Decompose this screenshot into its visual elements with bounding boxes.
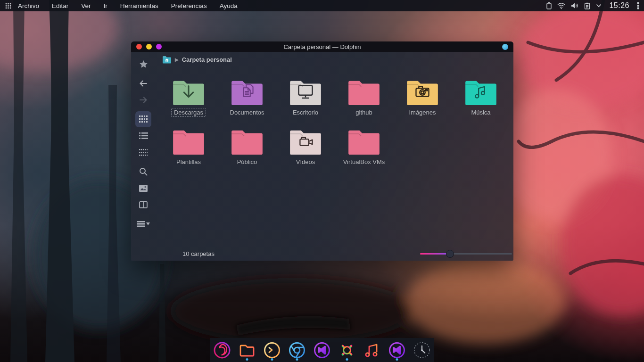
battery-icon[interactable] xyxy=(546,2,552,9)
folder-virtualbox-vms[interactable]: VirtualBox VMs xyxy=(335,128,393,166)
menu-item-archivo[interactable]: Archivo xyxy=(18,2,39,9)
volume-icon[interactable] xyxy=(571,2,578,9)
firefox-icon[interactable] xyxy=(213,340,231,361)
view-details-icon[interactable] xyxy=(135,144,151,160)
breadcrumb-arrow-icon: ▶ xyxy=(175,57,179,62)
view-list-icon[interactable] xyxy=(135,128,151,144)
dock xyxy=(210,338,434,362)
hamburger-menu-icon[interactable] xyxy=(135,216,151,232)
folder-plantillas[interactable]: Plantillas xyxy=(159,128,218,166)
running-indicator-dot xyxy=(346,358,348,361)
maximize-button[interactable] xyxy=(156,44,162,49)
statusbar: 10 carpetas xyxy=(156,247,513,261)
folder-vídeos[interactable]: Vídeos xyxy=(276,128,335,166)
zoom-slider-handle[interactable] xyxy=(446,250,454,258)
folder-grid: DescargasDocumentosEscritoriogithubImáge… xyxy=(159,78,513,166)
zoom-slider-fill xyxy=(420,253,450,255)
dolphin-window: Carpeta personal — Dolphin xyxy=(131,41,513,261)
folder-label: Música xyxy=(468,108,493,117)
terminal-icon[interactable] xyxy=(263,340,281,361)
folder-label: Imágenes xyxy=(406,108,438,117)
chrome-icon[interactable] xyxy=(288,340,306,361)
folder-label: VirtualBox VMs xyxy=(340,157,388,166)
running-indicator-dot xyxy=(296,358,298,361)
menu-item-herramientas[interactable]: Herramientas xyxy=(120,2,158,9)
files-icon[interactable] xyxy=(238,340,256,361)
favorites-star-icon[interactable] xyxy=(135,56,151,72)
folder-label: Público xyxy=(234,157,260,166)
folder-escritorio[interactable]: Escritorio xyxy=(276,78,335,117)
folder-música[interactable]: Música xyxy=(452,78,510,117)
folder-view: ▶ Carpeta personal DescargasDocumentosEs… xyxy=(156,52,513,261)
clock-icon[interactable] xyxy=(413,340,431,361)
vscode-2-icon[interactable] xyxy=(388,340,406,361)
running-indicator-dot xyxy=(246,358,248,361)
caret-down-icon xyxy=(146,222,150,225)
close-button[interactable] xyxy=(136,44,142,49)
folder-público[interactable]: Público xyxy=(218,128,276,166)
preview-image-icon[interactable] xyxy=(135,180,151,196)
folder-label: github xyxy=(353,108,375,117)
menu-item-editar[interactable]: Editar xyxy=(52,2,68,9)
network-wifi-icon[interactable] xyxy=(557,2,565,9)
folder-descargas[interactable]: Descargas xyxy=(159,78,218,117)
menu-item-ayuda[interactable]: Ayuda xyxy=(220,2,238,9)
overflow-menu-icon[interactable] xyxy=(637,2,639,9)
clipboard-icon[interactable] xyxy=(584,2,590,9)
breadcrumb-location[interactable]: Carpeta personal xyxy=(182,56,232,63)
folder-label: Escritorio xyxy=(290,108,321,117)
side-toolbar xyxy=(131,52,156,261)
menu-item-ver[interactable]: Ver xyxy=(81,2,91,9)
breadcrumb[interactable]: ▶ Carpeta personal xyxy=(156,52,513,67)
minimize-button[interactable] xyxy=(146,44,152,49)
view-icons-icon[interactable] xyxy=(135,111,151,127)
titlebar[interactable]: Carpeta personal — Dolphin xyxy=(131,41,513,52)
music-icon[interactable] xyxy=(363,340,381,361)
chevron-down-icon[interactable] xyxy=(596,4,602,8)
folder-imágenes[interactable]: Imágenes xyxy=(393,78,452,117)
system-tray: 15:26 xyxy=(546,1,639,10)
vscode-icon[interactable] xyxy=(313,340,331,361)
zoom-slider[interactable] xyxy=(420,249,513,258)
folder-github[interactable]: github xyxy=(335,78,393,117)
menu-item-ir[interactable]: Ir xyxy=(104,2,107,9)
app-launcher-grid-icon[interactable] xyxy=(0,3,16,9)
search-icon[interactable] xyxy=(135,164,151,180)
folder-label: Documentos xyxy=(227,108,267,117)
window-title: Carpeta personal — Dolphin xyxy=(131,43,513,50)
folder-label: Descargas xyxy=(171,108,206,117)
forward-icon[interactable] xyxy=(135,92,151,108)
split-view-icon[interactable] xyxy=(135,197,151,213)
app-menu-button[interactable] xyxy=(502,44,508,50)
folder-label: Vídeos xyxy=(293,157,318,166)
running-indicator-dot xyxy=(271,358,273,361)
window-controls xyxy=(136,44,162,49)
running-indicator-dot xyxy=(396,358,398,361)
folder-documentos[interactable]: Documentos xyxy=(218,78,276,117)
menu-item-preferencias[interactable]: Preferencias xyxy=(171,2,207,9)
item-count-label: 10 carpetas xyxy=(182,250,215,257)
home-folder-icon xyxy=(162,56,172,64)
menubar-clock[interactable]: 15:26 xyxy=(609,1,629,10)
top-menubar: ArchivoEditarVerIrHerramientasPreferenci… xyxy=(0,0,644,11)
global-menu: ArchivoEditarVerIrHerramientasPreferenci… xyxy=(18,2,238,9)
back-icon[interactable] xyxy=(135,75,151,91)
settings-icon[interactable] xyxy=(338,340,356,361)
folder-label: Plantillas xyxy=(173,157,204,166)
